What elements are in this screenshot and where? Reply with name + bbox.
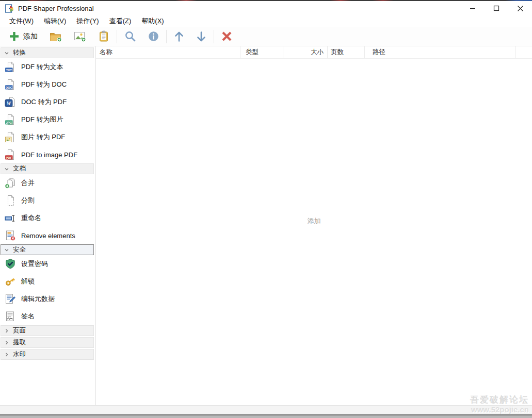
section-title: 安全 [13,245,26,254]
sidebar-item-label: PDF 转为 DOC [21,80,67,89]
section-title: 转换 [13,48,26,57]
sidebar-item-label: PDF 转为图片 [21,115,63,124]
section-watermark[interactable]: 水印 [1,349,94,360]
minimize-icon [470,5,476,11]
sidebar-item-label: PDF 转为文本 [21,62,63,72]
chevron-down-icon [4,51,9,56]
sidebar-item-split[interactable]: 分割 [0,192,95,209]
menu-view[interactable]: 查看(Z) [104,15,137,27]
remove-elements-icon [5,230,16,241]
status-bar [0,405,532,414]
maximize-button[interactable] [485,1,508,15]
sidebar-item-pdf-to-doc[interactable]: DOC PDF 转为 DOC [0,76,95,93]
chevron-right-icon [4,328,9,333]
move-down-icon [196,31,206,42]
sidebar-item-label: 重命名 [21,213,41,223]
window-controls [461,1,532,15]
sidebar: 转换 TXT PDF 转为文本 DOC [0,46,96,405]
sidebar-item-label: Remove elements [21,232,75,240]
section-document[interactable]: 文档 [1,163,94,174]
sidebar-item-label: 分割 [21,196,35,205]
sidebar-item-image-to-pdf[interactable]: 图片 转为 PDF [0,128,95,146]
add-files-button[interactable]: 添加 [6,29,40,44]
file-list: 名称 类型 大小 页数 路径 添加 [96,46,532,405]
column-header-name[interactable]: 名称 [96,46,240,58]
sidebar-item-label: PDF to image PDF [21,151,77,159]
section-title: 提取 [13,338,26,347]
word-file-icon: W [5,96,16,108]
section-security[interactable]: 安全 [1,244,94,255]
toolbar-separator [214,30,214,43]
sidebar-item-label: 编辑元数据 [21,294,55,304]
section-extract[interactable]: 提取 [1,337,94,348]
add-image-icon [74,31,86,42]
chevron-down-icon [4,247,9,253]
close-button[interactable] [508,1,532,15]
svg-text:TXT: TXT [6,69,12,72]
sidebar-item-merge[interactable]: 合并 [0,174,95,192]
section-convert[interactable]: 转换 [1,47,94,58]
screen-bottom-edge [0,415,532,418]
menu-file[interactable]: 文件(W) [4,15,39,27]
svg-text:PDF: PDF [6,156,12,159]
file-txt-icon: TXT [5,61,16,73]
sidebar-item-pdf-to-text[interactable]: TXT PDF 转为文本 [0,58,95,76]
image-file-icon [5,131,16,143]
list-header: 名称 类型 大小 页数 路径 [96,46,532,59]
sidebar-item-label: DOC 转为 PDF [21,97,67,107]
title-bar[interactable]: PDF Shaper Professional [0,1,532,15]
sidebar-item-pdf-to-image[interactable]: JPG PDF 转为图片 [0,111,95,128]
key-icon [5,276,16,287]
sidebar-item-rename[interactable]: 重命名 [0,209,95,227]
section-pages[interactable]: 页面 [1,325,94,336]
menu-actions[interactable]: 操作(Y) [71,15,104,27]
column-header-type[interactable]: 类型 [240,46,283,58]
sidebar-item-doc-to-pdf[interactable]: W DOC 转为 PDF [0,93,95,111]
file-jpg-icon: JPG [5,114,16,125]
empty-list-hint: 添加 [96,216,532,226]
move-up-button[interactable] [171,29,187,44]
toolbar-separator [166,30,167,43]
edit-metadata-icon [5,293,16,305]
paste-clipboard-icon [98,30,109,42]
close-icon [517,5,524,12]
add-image-button[interactable] [71,29,89,44]
paste-button[interactable] [95,29,112,44]
section-title: 页面 [13,326,26,335]
sidebar-item-unlock[interactable]: 解锁 [0,273,95,290]
add-folder-button[interactable] [47,29,65,44]
toolbar-separator [117,30,117,43]
info-icon [148,31,159,42]
search-button[interactable] [122,29,139,44]
move-down-button[interactable] [194,29,209,44]
menu-bar: 文件(W) 编辑(V) 操作(Y) 查看(Z) 帮助(X) [0,15,532,27]
sidebar-item-label: 解锁 [21,277,35,286]
column-header-filler [516,46,532,58]
sidebar-item-edit-metadata[interactable]: 编辑元数据 [0,290,95,308]
info-button[interactable] [146,29,162,44]
sidebar-item-remove-elements[interactable]: Remove elements [0,227,95,244]
menu-help[interactable]: 帮助(X) [136,15,169,27]
column-header-path[interactable]: 路径 [365,46,516,58]
delete-button[interactable] [219,29,235,44]
window-title: PDF Shaper Professional [18,5,94,12]
section-title: 水印 [13,350,26,359]
column-header-pages[interactable]: 页数 [328,46,365,58]
column-header-size[interactable]: 大小 [283,46,328,58]
menu-edit[interactable]: 编辑(V) [39,15,71,27]
file-doc-icon: DOC [5,79,16,90]
add-folder-icon [50,31,62,42]
search-icon [124,30,136,42]
add-plus-icon [9,31,20,42]
chevron-right-icon [4,340,9,345]
minimize-button[interactable] [461,1,485,15]
sidebar-item-label: 设置密码 [21,259,48,269]
toolbar: 添加 [0,27,532,46]
svg-text:JPG: JPG [6,121,12,124]
sidebar-item-set-password[interactable]: 设置密码 [0,255,95,273]
rename-icon [5,212,16,224]
sidebar-item-pdf-to-image-pdf[interactable]: PDF PDF to image PDF [0,146,95,163]
maximize-icon [493,5,499,11]
sidebar-item-sign[interactable]: 签名 [0,308,95,325]
sidebar-item-label: 合并 [21,178,35,188]
